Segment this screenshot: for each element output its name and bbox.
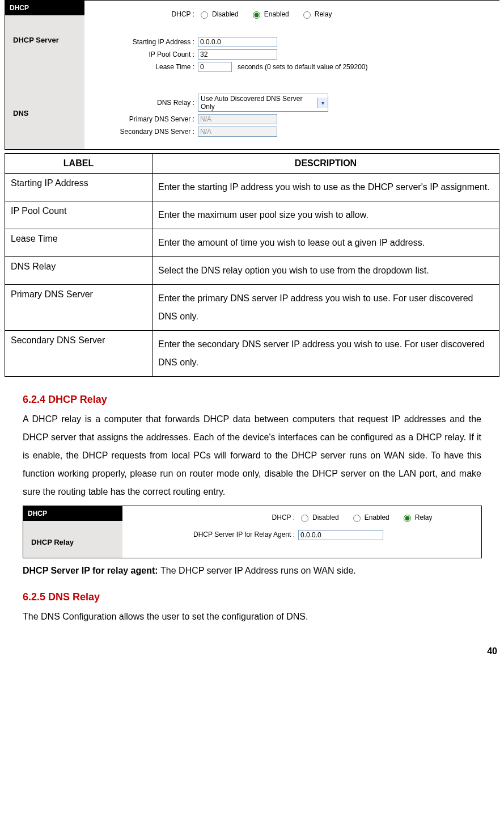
radio-disabled-label: Disabled <box>312 513 339 521</box>
row-desc: Enter the primary DNS server IP address … <box>153 285 499 331</box>
relay-ip-caption-rest: The DHCP server IP Address runs on WAN s… <box>160 566 356 575</box>
lease-suffix: seconds (0 sets to default value of 2592… <box>238 63 367 71</box>
row-label: Lease Time <box>5 229 153 257</box>
radio-disabled[interactable]: Disabled <box>198 10 239 19</box>
row-desc: Select the DNS relay option you wish to … <box>153 257 499 285</box>
form-area: DHCP : Disabled Enabled Relay <box>84 1 499 149</box>
radio-disabled-input[interactable] <box>301 515 308 522</box>
primary-dns-row: Primary DNS Server : <box>84 114 499 124</box>
radio-relay-label: Relay <box>315 10 332 18</box>
dhcp-label: DHCP : <box>84 10 198 18</box>
secondary-dns-row: Secondary DNS Server : <box>84 127 499 137</box>
page-number: 40 <box>487 646 497 656</box>
row-desc: Enter the maximum user pool size you wis… <box>153 201 499 229</box>
table-row: Primary DNS Server Enter the primary DNS… <box>5 285 499 331</box>
section-heading-dhcp-relay: DHCP Relay <box>23 521 122 558</box>
form-area: DHCP : Disabled Enabled Relay <box>122 506 481 558</box>
sidebar: DHCP DHCP Relay <box>23 506 122 558</box>
secondary-dns-label: Secondary DNS Server : <box>84 128 198 136</box>
radio-relay-label: Relay <box>415 513 433 521</box>
starting-ip-row: Starting IP Address : <box>84 37 499 47</box>
relay-ip-label: DHCP Server IP for Relay Agent : <box>122 531 298 540</box>
primary-dns-label: Primary DNS Server : <box>84 115 198 123</box>
chevron-down-icon: ▾ <box>317 98 328 108</box>
section-624: 6.2.4 DHCP Relay A DHCP relay is a compu… <box>5 394 499 580</box>
para-624: A DHCP relay is a computer that forwards… <box>23 410 481 501</box>
table-header-row: LABEL DESCRIPTION <box>5 154 499 174</box>
radio-enabled[interactable]: Enabled <box>250 10 289 19</box>
radio-disabled-input[interactable] <box>201 11 208 19</box>
starting-ip-input[interactable] <box>198 37 277 47</box>
dhcp-server-screenshot: DHCP DHCP Server DNS DHCP : Disabled Ena… <box>5 0 499 150</box>
relay-ip-row: DHCP Server IP for Relay Agent : <box>122 530 481 540</box>
col-label: LABEL <box>5 154 153 174</box>
description-table: LABEL DESCRIPTION Starting IP Address En… <box>5 153 499 377</box>
row-desc: Enter the secondary DNS server IP addres… <box>153 331 499 377</box>
col-description: DESCRIPTION <box>153 154 499 174</box>
dhcp-relay-screenshot: DHCP DHCP Relay DHCP : Disabled Enabled <box>23 506 482 558</box>
dns-relay-label: DNS Relay : <box>84 99 198 107</box>
table-row: IP Pool Count Enter the maximum user poo… <box>5 201 499 229</box>
radio-relay-input[interactable] <box>404 515 411 522</box>
ip-pool-row: IP Pool Count : <box>84 49 499 60</box>
table-row: Starting IP Address Enter the starting I… <box>5 174 499 201</box>
table-row: Lease Time Enter the amount of time you … <box>5 229 499 257</box>
dhcp-label: DHCP : <box>122 513 298 521</box>
row-desc: Enter the amount of time you wish to lea… <box>153 229 499 257</box>
relay-ip-caption: DHCP Server IP for relay agent: The DHCP… <box>23 562 481 580</box>
radio-enabled[interactable]: Enabled <box>350 513 389 522</box>
relay-ip-input[interactable] <box>298 530 383 540</box>
secondary-dns-input <box>198 127 277 137</box>
row-label: IP Pool Count <box>5 201 153 229</box>
radio-enabled-input[interactable] <box>253 11 260 19</box>
lease-input[interactable] <box>198 62 232 72</box>
row-label: Starting IP Address <box>5 174 153 201</box>
starting-ip-label: Starting IP Address : <box>84 38 198 46</box>
lease-label: Lease Time : <box>84 63 198 71</box>
radio-relay[interactable]: Relay <box>401 513 433 522</box>
tab-dhcp[interactable]: DHCP <box>23 506 122 521</box>
table-row: DNS Relay Select the DNS relay option yo… <box>5 257 499 285</box>
dns-relay-row: DNS Relay : Use Auto Discovered DNS Serv… <box>84 94 499 112</box>
sidebar: DHCP DHCP Server DNS <box>5 1 84 149</box>
heading-625: 6.2.5 DNS Relay <box>23 591 481 603</box>
radio-enabled-label: Enabled <box>264 10 289 18</box>
section-625: 6.2.5 DNS Relay The DNS Configuration al… <box>5 591 499 626</box>
section-heading-dns: DNS <box>5 48 84 121</box>
radio-disabled[interactable]: Disabled <box>298 513 339 522</box>
dhcp-mode-row: DHCP : Disabled Enabled Relay <box>122 513 481 522</box>
section-heading-dhcp-server: DHCP Server <box>5 15 84 48</box>
radio-enabled-input[interactable] <box>353 515 361 522</box>
radio-relay[interactable]: Relay <box>300 10 332 19</box>
radio-disabled-label: Disabled <box>212 10 239 18</box>
para-625: The DNS Configuration allows the user to… <box>23 608 481 626</box>
ip-pool-input[interactable] <box>198 49 277 60</box>
dns-relay-select[interactable]: Use Auto Discovered DNS Server Only ▾ <box>198 94 328 112</box>
row-label: Primary DNS Server <box>5 285 153 331</box>
dns-relay-selected: Use Auto Discovered DNS Server Only <box>198 94 317 111</box>
table-row: Secondary DNS Server Enter the secondary… <box>5 331 499 377</box>
dhcp-mode-row: DHCP : Disabled Enabled Relay <box>84 10 499 19</box>
tab-dhcp[interactable]: DHCP <box>5 1 84 15</box>
row-label: Secondary DNS Server <box>5 331 153 377</box>
ip-pool-label: IP Pool Count : <box>84 50 198 58</box>
radio-enabled-label: Enabled <box>365 513 389 521</box>
relay-ip-caption-bold: DHCP Server IP for relay agent: <box>23 566 160 575</box>
row-label: DNS Relay <box>5 257 153 285</box>
lease-row: Lease Time : seconds (0 sets to default … <box>84 62 499 72</box>
heading-624: 6.2.4 DHCP Relay <box>23 394 481 406</box>
primary-dns-input <box>198 114 277 124</box>
row-desc: Enter the starting IP address you wish t… <box>153 174 499 201</box>
radio-relay-input[interactable] <box>303 11 311 19</box>
